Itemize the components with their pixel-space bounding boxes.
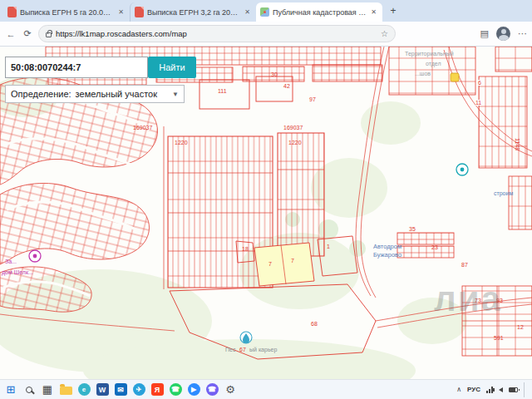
chevron-down-icon: ▼	[172, 91, 179, 98]
tray-chevron-icon[interactable]: ∧	[456, 386, 461, 393]
definition-dropdown[interactable]: Определение: земельный участок ▼	[5, 85, 185, 103]
taskbar-viber-icon[interactable]: ☎	[204, 382, 219, 397]
poi-pin-magenta	[29, 250, 41, 262]
volume-icon[interactable]	[499, 387, 503, 392]
pdf-icon	[135, 7, 144, 17]
cadastral-number-input[interactable]	[6, 57, 147, 77]
collections-icon[interactable]: ▤	[480, 28, 489, 39]
favorite-star-icon[interactable]: ☆	[381, 29, 388, 38]
taskbar-file-explorer-icon[interactable]	[58, 382, 73, 397]
taskbar-start-icon[interactable]: ⊞	[3, 382, 18, 397]
taskbar-icons: ⊞▦eW✉✈Я☎▶☎⚙	[3, 382, 238, 397]
taskbar-word-icon[interactable]: W	[95, 382, 110, 397]
definition-value: земельный участок	[76, 89, 157, 99]
tab-pdf-2[interactable]: Выписка ЕГРН 3,2 га 20.05.25.pdf ✕	[130, 2, 256, 22]
cadastral-search-box[interactable]	[5, 57, 148, 78]
taskbar-settings-icon[interactable]: ⚙	[223, 382, 238, 397]
map-icon	[260, 7, 269, 17]
profile-avatar[interactable]	[496, 27, 510, 41]
map-page: 3042111971690371220169037122018771686735…	[0, 47, 532, 379]
language-indicator[interactable]: РУС	[467, 386, 480, 393]
tab-bar: Выписка ЕГРН 5 га 20.05.25.pdf ✕ Выписка…	[0, 0, 532, 22]
back-icon[interactable]: ←	[5, 29, 17, 39]
quarry-water-icon	[240, 332, 252, 343]
pdf-icon	[7, 7, 17, 17]
find-button[interactable]: Найти	[148, 57, 196, 78]
url-field[interactable]: https://lk1map.roscadasters.com/map ☆	[38, 25, 396, 42]
taskbar-task-view-icon[interactable]: ▦	[40, 382, 55, 397]
new-tab-button[interactable]: +	[386, 4, 401, 19]
definition-label: Определение:	[11, 89, 71, 99]
refresh-icon[interactable]: ⟳	[22, 28, 33, 39]
tab-title: Публичная кадастровая карта	[273, 8, 366, 17]
close-tab-icon[interactable]: ✕	[243, 7, 252, 17]
menu-dots-icon[interactable]: ⋯	[518, 28, 527, 39]
battery-icon[interactable]	[509, 387, 518, 392]
tab-title: Выписка ЕГРН 3,2 га 20.05.25.pdf	[147, 8, 239, 17]
lock-icon	[46, 32, 52, 37]
poi-pin-teal	[456, 164, 468, 175]
show-desktop-button[interactable]	[524, 382, 526, 397]
taskbar-telegram-icon[interactable]: ✈	[131, 382, 146, 397]
tab-cadastral-map[interactable]: Публичная кадастровая карта ✕	[256, 2, 382, 22]
taskbar: ⊞▦eW✉✈Я☎▶☎⚙ ∧ РУС	[0, 379, 532, 399]
url-text: https://lk1map.roscadasters.com/map	[56, 29, 377, 38]
system-tray: ∧ РУС	[456, 382, 529, 397]
tab-title: Выписка ЕГРН 5 га 20.05.25.pdf	[20, 8, 113, 17]
selected-parcel[interactable]	[254, 243, 314, 286]
taskbar-edge-icon[interactable]: e	[76, 382, 91, 397]
address-bar-actions: ▤ ⋯	[480, 27, 527, 41]
taskbar-video-app-icon[interactable]: ▶	[186, 382, 201, 397]
close-tab-icon[interactable]: ✕	[116, 7, 126, 17]
taskbar-outlook-icon[interactable]: ✉	[113, 382, 128, 397]
road-route-badge	[451, 73, 459, 81]
address-bar: ← ⟳ https://lk1map.roscadasters.com/map …	[0, 22, 532, 47]
close-tab-icon[interactable]: ✕	[369, 7, 378, 17]
browser-window: Выписка ЕГРН 5 га 20.05.25.pdf ✕ Выписка…	[0, 0, 532, 399]
taskbar-whatsapp-icon[interactable]: ☎	[168, 382, 183, 397]
tab-pdf-1[interactable]: Выписка ЕГРН 5 га 20.05.25.pdf ✕	[3, 2, 130, 22]
watermark: лиа	[434, 279, 502, 319]
taskbar-search-icon[interactable]	[22, 382, 37, 397]
taskbar-yandex-icon[interactable]: Я	[150, 382, 165, 397]
